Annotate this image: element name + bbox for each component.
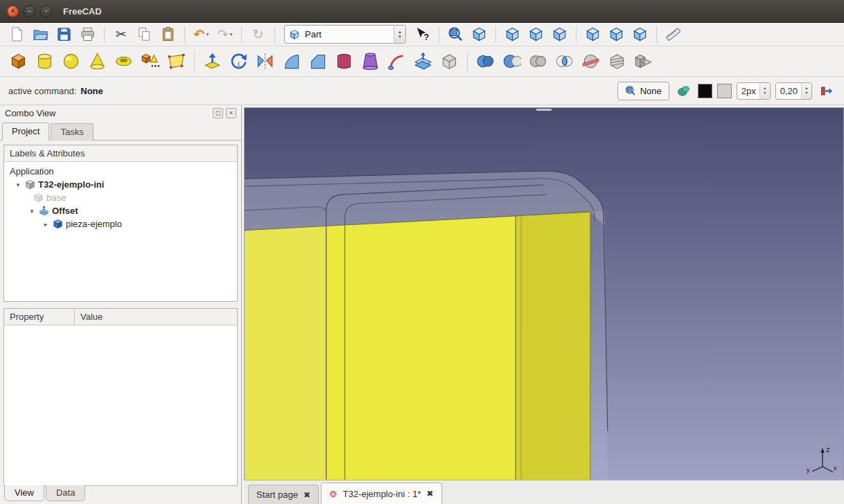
shape-builder-button[interactable] [164, 48, 189, 75]
selection-filter-icon [625, 85, 636, 96]
tree-item-offset[interactable]: ▾ Offset [4, 204, 237, 217]
create-primitives-icon [141, 52, 159, 71]
selection-filter-button[interactable]: None [617, 82, 669, 100]
send-to-external-button[interactable] [817, 82, 836, 100]
tab-data[interactable]: Data [46, 485, 85, 501]
axis-x-label: x [834, 465, 837, 471]
tab-start-page[interactable]: Start page ✖ [248, 485, 319, 504]
top-view-button[interactable] [525, 24, 547, 45]
cut-boolean-icon [502, 52, 521, 71]
expander-open-icon[interactable]: ▾ [28, 208, 36, 215]
fillet-button[interactable] [279, 48, 304, 75]
compound-button[interactable] [631, 48, 656, 75]
deviation-spinbox[interactable]: 0,20 ▲▼ [775, 82, 812, 100]
save-document-button[interactable] [53, 24, 76, 45]
model-tree-group: Labels & Attributes Application ▾ T32-ej… [3, 145, 238, 302]
titlebar[interactable]: × – ▫ FreeCAD [0, 0, 844, 23]
close-tab-icon[interactable]: ✖ [304, 491, 310, 499]
cut-icon: ✂ [116, 28, 127, 41]
redo-dropdown-caret[interactable]: ▾ [229, 31, 232, 37]
measure-distance-button[interactable] [662, 24, 685, 45]
tree-item-base[interactable]: base [4, 191, 237, 204]
tree-item-application[interactable]: Application [4, 165, 237, 178]
chamfer-button[interactable] [305, 48, 331, 75]
expander-closed-icon[interactable]: ▸ [42, 221, 50, 228]
tab-tasks[interactable]: Tasks [51, 123, 93, 141]
open-document-button[interactable] [29, 24, 52, 45]
cut-boolean-button[interactable] [499, 48, 525, 75]
torus-button[interactable] [111, 48, 137, 75]
tab-project[interactable]: Project [2, 123, 49, 141]
toolbar-separator [194, 51, 195, 72]
sphere-button[interactable] [58, 48, 84, 75]
offset-button[interactable] [410, 48, 436, 75]
undo-button[interactable]: ↶▾ [190, 24, 213, 45]
window-close-button[interactable]: × [7, 6, 19, 17]
line-width-spinbox[interactable]: 2px ▲▼ [737, 82, 771, 100]
left-view-button[interactable] [628, 24, 651, 45]
tab-view[interactable]: View [4, 485, 44, 501]
intersection-button[interactable] [552, 48, 577, 75]
intersection-icon [555, 52, 574, 71]
panel-close-button[interactable]: × [226, 108, 236, 118]
workbench-spinner[interactable]: ▲▼ [394, 26, 405, 43]
refresh-button[interactable]: ↻ [247, 24, 270, 45]
print-button[interactable] [76, 24, 99, 45]
spin-up-icon: ▲ [398, 30, 402, 35]
box-button[interactable] [6, 48, 31, 75]
extrude-button[interactable] [200, 48, 225, 75]
thickness-button[interactable] [437, 48, 462, 75]
face-color-swatch[interactable] [717, 84, 732, 98]
selection-filter-label: None [640, 86, 662, 96]
window-buttons: × – ▫ [7, 6, 52, 17]
right-view-button[interactable] [548, 24, 571, 45]
line-width-value: 2px [741, 86, 756, 96]
cross-sections-button[interactable] [604, 48, 630, 75]
ruled-surface-button[interactable] [331, 48, 357, 75]
copy-button[interactable] [133, 24, 156, 45]
tree-item-document[interactable]: ▾ T32-ejemplo-ini [4, 178, 237, 191]
line-color-swatch[interactable] [698, 84, 712, 98]
redo-button[interactable]: ↷▾ [213, 24, 236, 45]
create-primitives-button[interactable] [137, 48, 163, 75]
whats-this-button[interactable]: ? [411, 24, 434, 45]
paste-button[interactable] [157, 24, 179, 45]
line-width-spinner[interactable]: ▲▼ [759, 83, 770, 99]
standard-toolbar: ✂ ↶▾ ↷▾ ↻ Part ▲▼ ? [0, 23, 844, 46]
svg-text:?: ? [423, 33, 429, 42]
front-view-button[interactable] [501, 24, 524, 45]
viewport-splitter-handle[interactable] [536, 109, 552, 111]
bottom-view-button[interactable] [605, 24, 628, 45]
arrow-out-icon [820, 84, 833, 98]
axonometric-view-button[interactable] [468, 24, 491, 45]
close-tab-icon[interactable]: ✖ [426, 489, 433, 498]
boolean-button[interactable] [473, 48, 498, 75]
expander-open-icon[interactable]: ▾ [14, 181, 22, 188]
left-view-icon [632, 26, 648, 42]
window-maximize-button[interactable]: ▫ [40, 6, 52, 17]
cylinder-button[interactable] [32, 48, 58, 75]
window-minimize-button[interactable]: – [24, 6, 35, 17]
appearance-button[interactable] [674, 82, 693, 100]
sweep-button[interactable] [384, 48, 410, 75]
workbench-selector[interactable]: Part ▲▼ [284, 25, 406, 44]
deviation-spinner[interactable]: ▲▼ [801, 83, 811, 99]
spin-down-icon: ▼ [805, 91, 808, 96]
cut-button[interactable]: ✂ [109, 24, 132, 45]
new-document-button[interactable] [6, 24, 28, 45]
loft-button[interactable] [358, 48, 383, 75]
union-button[interactable] [525, 48, 551, 75]
undo-dropdown-caret[interactable]: ▾ [206, 31, 209, 37]
property-editor-body[interactable] [4, 325, 237, 485]
toolbar-separator [274, 26, 275, 43]
cone-button[interactable] [85, 48, 110, 75]
mirror-button[interactable] [252, 48, 278, 75]
section-button[interactable] [578, 48, 604, 75]
panel-float-button[interactable]: ◻ [213, 108, 223, 118]
tab-document[interactable]: ⚙ T32-ejemplo-ini : 1* ✖ [321, 483, 441, 504]
fit-all-button[interactable] [444, 24, 467, 45]
rear-view-button[interactable] [581, 24, 604, 45]
revolve-button[interactable] [226, 48, 252, 75]
3d-viewport[interactable]: Z y x [244, 107, 844, 480]
tree-item-pieza[interactable]: ▸ pieza-ejemplo [4, 217, 237, 231]
